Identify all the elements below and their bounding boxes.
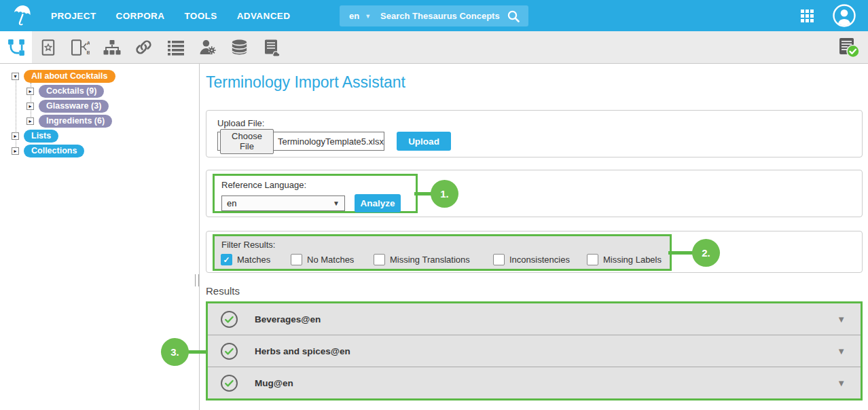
search-bar: en ▼ bbox=[340, 5, 528, 26]
document-star-icon bbox=[40, 39, 56, 56]
list-button[interactable] bbox=[160, 31, 192, 63]
collections-pill[interactable]: Collections bbox=[24, 145, 84, 157]
file-input[interactable]: Choose File TerminologyTemplate5.xlsx bbox=[217, 132, 384, 151]
reference-language-select[interactable]: en ▼ bbox=[221, 195, 345, 211]
checkbox-matches[interactable] bbox=[221, 254, 232, 265]
menu-corpora[interactable]: CORPORA bbox=[116, 11, 165, 21]
concept-pill[interactable]: Glassware (3) bbox=[39, 100, 109, 113]
annotation-badge-1: 1. bbox=[431, 180, 458, 208]
filter-missing-translations[interactable]: Missing Translations bbox=[374, 254, 470, 265]
app-window: PROJECT CORPORA TOOLS ADVANCED en ▼ bbox=[0, 0, 868, 410]
filter-inconsistencies[interactable]: Inconsistencies bbox=[493, 254, 570, 265]
reference-language-panel: Reference Language: en ▼ Analyze bbox=[206, 170, 863, 217]
document-ab-button[interactable]: A B bbox=[64, 31, 96, 63]
link-button[interactable] bbox=[128, 31, 160, 63]
results-list: Beverages@en ▼ Herbs and spices@en ▼ Mug… bbox=[206, 301, 863, 400]
server-sync-button[interactable] bbox=[255, 31, 287, 63]
menu-advanced[interactable]: ADVANCED bbox=[237, 11, 291, 21]
link-icon bbox=[135, 39, 152, 56]
expand-toggle-icon[interactable]: ▸ bbox=[26, 88, 34, 95]
import-report-status-button[interactable] bbox=[837, 31, 860, 63]
document-star-button[interactable] bbox=[32, 31, 64, 63]
page-title: Terminology Import Assistant bbox=[206, 73, 405, 92]
result-label: Beverages@en bbox=[255, 314, 321, 324]
sidebar-splitter-handle[interactable] bbox=[195, 274, 199, 286]
concept-pill[interactable]: Ingredients (6) bbox=[39, 115, 112, 128]
checkbox-inconsistencies[interactable] bbox=[493, 254, 505, 265]
upload-button[interactable]: Upload bbox=[397, 132, 451, 151]
checkbox-no-matches[interactable] bbox=[291, 254, 302, 265]
filter-matches[interactable]: Matches bbox=[221, 254, 270, 265]
umbrella-logo-icon[interactable] bbox=[11, 5, 34, 26]
result-row-herbs-and-spices[interactable]: Herbs and spices@en ▼ bbox=[208, 335, 861, 367]
results-heading: Results bbox=[206, 285, 240, 297]
concept-tree-icon bbox=[7, 39, 25, 56]
filter-label: Inconsistencies bbox=[509, 255, 570, 265]
database-button[interactable] bbox=[223, 31, 255, 63]
user-settings-icon bbox=[199, 39, 216, 56]
expand-toggle-icon[interactable]: ▸ bbox=[12, 147, 19, 155]
annotation-badge-3: 3. bbox=[161, 338, 189, 366]
search-language-select[interactable]: en bbox=[349, 11, 359, 21]
main-menu: PROJECT CORPORA TOOLS ADVANCED bbox=[51, 0, 310, 31]
selected-language-value: en bbox=[227, 198, 236, 208]
main-content: Terminology Import Assistant Upload File… bbox=[200, 64, 868, 410]
user-settings-button[interactable] bbox=[192, 31, 223, 63]
svg-text:A: A bbox=[86, 40, 90, 46]
server-sync-icon bbox=[263, 39, 281, 56]
checkbox-missing-labels[interactable] bbox=[587, 254, 598, 265]
annotation-connector-3 bbox=[187, 350, 207, 354]
success-check-icon bbox=[220, 374, 238, 392]
annotation-box-1: Reference Language: en ▼ Analyze bbox=[213, 174, 418, 213]
success-check-icon bbox=[220, 310, 238, 329]
result-row-mug[interactable]: Mug@en ▼ bbox=[208, 367, 861, 398]
result-row-beverages[interactable]: Beverages@en ▼ bbox=[208, 303, 861, 335]
chevron-down-icon: ▼ bbox=[333, 200, 340, 207]
filter-results-label: Filter Results: bbox=[221, 240, 275, 250]
apps-grid-icon[interactable] bbox=[801, 10, 814, 23]
filter-missing-labels[interactable]: Missing Labels bbox=[587, 254, 662, 265]
user-account-icon[interactable] bbox=[832, 3, 856, 28]
tree-item-lists[interactable]: ▸ Lists bbox=[12, 129, 58, 143]
collapse-toggle-icon[interactable]: ▾ bbox=[12, 73, 19, 80]
menu-tools[interactable]: TOOLS bbox=[184, 11, 217, 21]
list-icon bbox=[167, 39, 185, 56]
result-label: Herbs and spices@en bbox=[255, 346, 350, 356]
sitemap-button[interactable] bbox=[96, 31, 128, 63]
expand-row-icon[interactable]: ▼ bbox=[837, 378, 846, 388]
project-toolbar: A B bbox=[0, 31, 868, 64]
analyze-button[interactable]: Analyze bbox=[355, 194, 401, 212]
choose-file-button[interactable]: Choose File bbox=[220, 129, 274, 154]
expand-row-icon[interactable]: ▼ bbox=[837, 314, 846, 324]
upload-file-panel: Upload File: Choose File TerminologyTemp… bbox=[206, 110, 863, 157]
annotation-connector-2 bbox=[668, 251, 693, 255]
concept-tree-button[interactable] bbox=[0, 31, 32, 63]
expand-toggle-icon[interactable]: ▸ bbox=[12, 132, 19, 140]
tree-item-glassware[interactable]: ▸ Glassware (3) bbox=[26, 99, 109, 113]
annotation-badge-2: 2. bbox=[692, 239, 720, 267]
search-input[interactable] bbox=[380, 11, 504, 21]
filter-no-matches[interactable]: No Matches bbox=[291, 254, 354, 265]
lists-pill[interactable]: Lists bbox=[24, 130, 58, 143]
tree-item-cocktails[interactable]: ▸ Cocktails (9) bbox=[26, 84, 104, 98]
menu-project[interactable]: PROJECT bbox=[51, 11, 96, 21]
expand-row-icon[interactable]: ▼ bbox=[837, 346, 846, 356]
success-check-icon bbox=[220, 342, 238, 360]
tree-item-all-about-cocktails[interactable]: ▾ All about Cocktails bbox=[12, 69, 115, 83]
concept-scheme-pill[interactable]: All about Cocktails bbox=[24, 70, 115, 83]
filter-label: Missing Labels bbox=[603, 255, 662, 265]
expand-toggle-icon[interactable]: ▸ bbox=[26, 117, 34, 125]
checkbox-missing-translations[interactable] bbox=[374, 254, 385, 265]
expand-toggle-icon[interactable]: ▸ bbox=[26, 102, 34, 110]
tree-item-ingredients[interactable]: ▸ Ingredients (6) bbox=[26, 114, 112, 128]
tree-item-collections[interactable]: ▸ Collections bbox=[12, 144, 84, 157]
search-icon[interactable] bbox=[507, 10, 520, 23]
filter-label: Matches bbox=[237, 255, 270, 265]
concept-pill[interactable]: Cocktails (9) bbox=[39, 85, 104, 98]
annotation-connector-1 bbox=[414, 192, 432, 195]
annotation-box-2: Filter Results: Matches No Matches Missi… bbox=[213, 234, 672, 271]
sitemap-icon bbox=[103, 39, 121, 56]
filter-label: Missing Translations bbox=[390, 255, 470, 265]
chevron-down-icon[interactable]: ▼ bbox=[365, 13, 371, 20]
selected-filename: TerminologyTemplate5.xlsx bbox=[278, 136, 384, 147]
